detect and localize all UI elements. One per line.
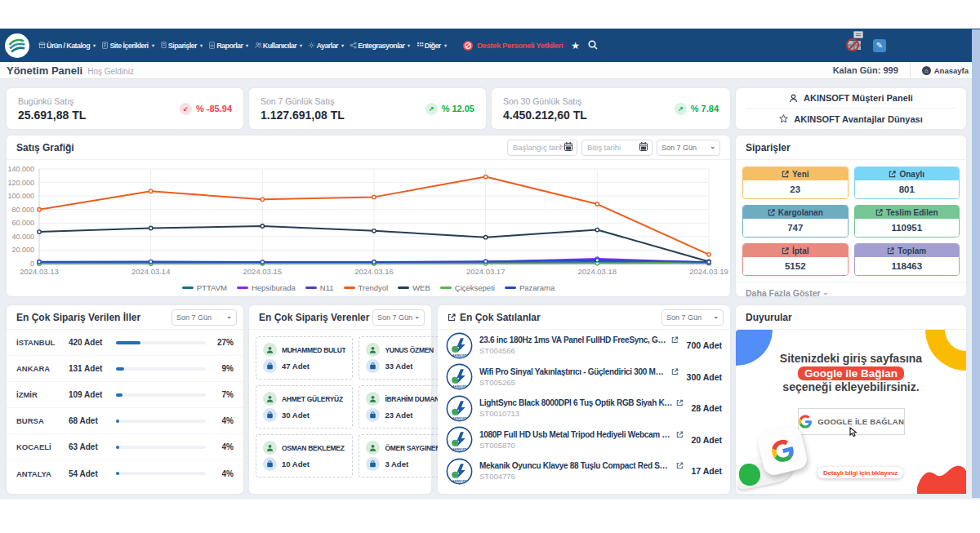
city-row-3: BURSA68 Adet4%: [7, 408, 243, 434]
stat-card-1: Son 7 Günlük Satış1.127.691,08 TL↗% 12.0…: [249, 88, 486, 129]
orders-title: Siparişler: [746, 142, 791, 153]
caret-down-icon: ▼: [299, 43, 303, 48]
stat-delta: % -85.94: [196, 104, 232, 113]
bag-icon: [366, 359, 380, 373]
home-link[interactable]: ⌂ Anasayfa: [922, 66, 969, 75]
advantages-link[interactable]: AKINSOFT Avantajlar Dünyası: [746, 109, 956, 129]
menu-item--r-n-katalog[interactable]: Ürün / Katalog▼: [36, 42, 99, 50]
akinsoft-logo-icon: [7, 35, 28, 56]
legend-çiçeksepeti[interactable]: Çiçeksepeti: [440, 283, 495, 292]
chart-range-select[interactable]: Son 7 Gün: [657, 140, 720, 156]
stat-card-0: Bugünkü Satış25.691,88 TL↙% -85.94: [7, 88, 243, 129]
svg-text:AKINSOFT: AKINSOFT: [452, 386, 466, 389]
page-subtitle: Hoş Geldiniz: [87, 67, 134, 76]
city-percent: 9%: [214, 364, 234, 373]
order-tile-onayl-[interactable]: Onaylı801: [854, 167, 960, 199]
city-name: İSTANBUL: [16, 338, 69, 347]
person-icon: [263, 392, 277, 406]
order-tile-kargolanan[interactable]: Kargolanan747: [742, 205, 849, 238]
city-progress-bar: [116, 420, 206, 423]
product-row-4[interactable]: AKINSOFTMekanik Oyuncu Klavye 88 Tuşlu C…: [438, 455, 730, 487]
support-permissions-link[interactable]: Destek Personeli Yetkileri: [463, 41, 563, 51]
product-row-0[interactable]: AKINSOFT23.6 inc 180Hz 1ms VA Panel Full…: [438, 330, 730, 362]
favorites-star-icon[interactable]: ★: [571, 40, 580, 51]
page-header: Yönetim Paneli Hoş Geldiniz Kalan Gün: 9…: [0, 62, 980, 79]
stat-delta: % 12.05: [442, 104, 474, 113]
trend-down-icon: ↙: [180, 103, 192, 115]
cities-range-select[interactable]: Son 7 Gün: [172, 309, 237, 326]
menu-item-raporlar[interactable]: Raporlar▼: [206, 42, 252, 50]
buyer-name: YUNUS ÖZMEN: [385, 346, 434, 354]
city-percent: 27%: [214, 338, 234, 347]
svg-text:2024.03.13: 2024.03.13: [20, 267, 59, 276]
svg-text:60.000: 60.000: [11, 219, 34, 227]
product-row-1[interactable]: AKINSOFTWifi Pro Sinyal Yakınlaştırıcı -…: [438, 362, 730, 393]
legend-pazarama[interactable]: Pazarama: [505, 283, 555, 292]
city-percent: 4%: [214, 416, 234, 425]
buyers-range-select[interactable]: Son 7 Gün: [372, 309, 425, 326]
announcements-title: Duyurular: [746, 312, 792, 323]
buyer-card-1[interactable]: YUNUS ÖZMEN33 Adet: [359, 336, 448, 380]
product-row-3[interactable]: AKINSOFT1080P Full HD Usb Metal Tripod H…: [438, 424, 730, 456]
edit-mode-button[interactable]: ✎: [873, 39, 886, 52]
order-tile-yeni[interactable]: Yeni23: [742, 167, 849, 199]
caret-down-icon: ▼: [92, 43, 96, 48]
svg-text:40.000: 40.000: [11, 233, 34, 241]
show-more-link[interactable]: Daha Fazla Göster ⌄: [736, 282, 966, 302]
buyer-name: AHMET GÜLERYÜZ: [282, 395, 343, 403]
menu-item-ayarlar[interactable]: Ayarlar▼: [305, 42, 347, 50]
legend-web[interactable]: WEB: [398, 283, 430, 292]
menu-item-kullan-c-lar[interactable]: Kullanıcılar▼: [252, 42, 306, 50]
bag-icon: [263, 359, 277, 373]
buyer-card-5[interactable]: ÖMER SAYGINER3 Adet: [359, 434, 448, 477]
order-tile-i-ptal[interactable]: İptal5152: [742, 243, 849, 276]
menu-item-di-er[interactable]: Diğer▼: [414, 42, 450, 50]
person-icon: [366, 392, 380, 406]
announcement-banner[interactable]: Sitenizdeki giriş sayfasına Google ile B…: [736, 330, 966, 494]
buyer-card-0[interactable]: MUHAMMED BULUT47 Adet: [256, 336, 353, 380]
caret-down-icon: ▼: [150, 43, 154, 48]
product-row-2[interactable]: AKINSOFTLightSync Black 8000DPI 6 Tuş Op…: [438, 393, 730, 424]
detail-link[interactable]: Detaylı bilgi için tıklayınız: [817, 467, 903, 478]
buyer-count: 3 Adet: [385, 460, 408, 469]
menu-item-entegrasyonlar[interactable]: Entegrasyonlar▼: [347, 42, 413, 50]
buyer-count: 30 Adet: [282, 411, 310, 420]
users-icon: [255, 42, 262, 49]
bag-icon: [263, 457, 277, 471]
order-tile-teslim-edilen[interactable]: Teslim Edilen110951: [854, 205, 960, 238]
order-tile-value: 23: [743, 180, 848, 198]
legend-hepsiburada[interactable]: Hepsiburada: [237, 283, 296, 292]
legend-pttavm[interactable]: PTTAVM: [182, 283, 227, 292]
buyer-name: MUHAMMED BULUT: [282, 346, 345, 354]
order-tile-value: 110951: [855, 219, 960, 237]
language-flag-button[interactable]: [845, 37, 865, 55]
legend-trendyol[interactable]: Trendyol: [344, 283, 389, 292]
order-tile-toplam[interactable]: Toplam118463: [854, 243, 960, 276]
external-link-icon: [768, 209, 775, 216]
customer-panel-link[interactable]: AKINSOFT Müşteri Paneli: [746, 88, 956, 109]
top-cities-title: En Çok Sipariş Verilen İller: [16, 312, 140, 323]
buyer-card-3[interactable]: İBRAHİM DUMAN23 Adet: [359, 385, 448, 429]
legend-n11[interactable]: N11: [305, 283, 334, 292]
akinsoft-product-logo: AKINSOFT: [446, 395, 473, 422]
page-scrollbar[interactable]: [972, 29, 980, 498]
caret-down-icon: ▼: [341, 43, 345, 48]
order-tile-value: 5152: [743, 257, 848, 275]
buyer-card-2[interactable]: AHMET GÜLERYÜZ30 Adet: [256, 385, 353, 429]
product-name: LightSync Black 8000DPI 6 Tuş Optik RGB …: [479, 398, 683, 407]
buyer-name: ÖMER SAYGINER: [385, 444, 440, 452]
product-name: Mekanik Oyuncu Klavye 88 Tuşlu Compact R…: [479, 461, 683, 470]
menu-item-site-i-erikleri[interactable]: Site İçerikleri▼: [99, 42, 157, 50]
menu-item-sipari-ler[interactable]: Siparişler▼: [158, 42, 206, 50]
city-count: 54 Adet: [69, 469, 116, 478]
akinsoft-logo[interactable]: [5, 33, 29, 58]
city-row-4: KOCAELİ63 Adet4%: [7, 434, 243, 460]
search-icon[interactable]: [588, 38, 598, 53]
chart-legend: PTTAVMHepsiburadaN11TrendyolWEBÇiçeksepe…: [7, 283, 730, 292]
settings-icon: [308, 42, 315, 49]
announcements-panel: Duyurular Sitenizdeki giriş sayfasına Go…: [736, 305, 966, 494]
order-tile-value: 747: [743, 219, 848, 237]
products-range-select[interactable]: Son 7 Gün: [662, 309, 724, 326]
buyer-card-4[interactable]: OSMAN BEKLEMEZ10 Adet: [256, 434, 353, 477]
city-row-0: İSTANBUL420 Adet27%: [7, 330, 243, 356]
